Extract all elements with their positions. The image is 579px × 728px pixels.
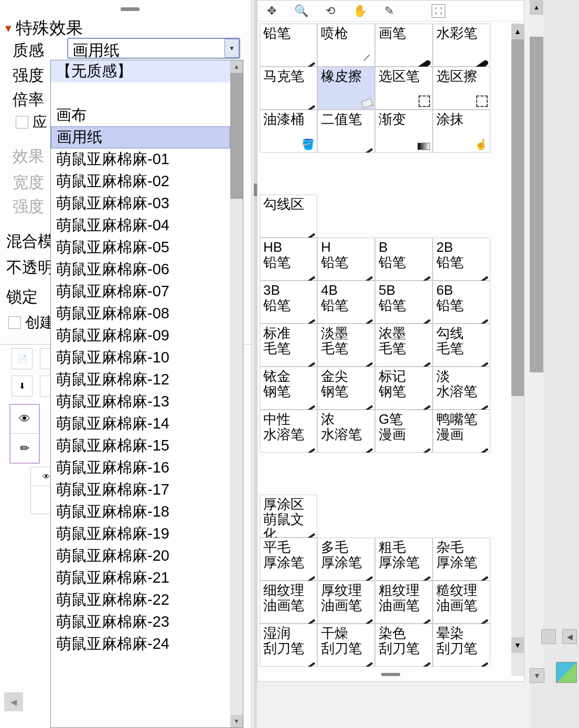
panel-drag-handle[interactable] xyxy=(121,7,140,11)
group-heading-lineart[interactable]: 勾线区 xyxy=(260,195,317,238)
tool-平毛-厚涂笔[interactable]: 平毛厚涂笔 xyxy=(260,538,317,581)
tool-厚纹理-油画笔[interactable]: 厚纹理油画笔 xyxy=(317,581,375,624)
tool-中性-水溶笔[interactable]: 中性水溶笔 xyxy=(260,410,317,453)
scrollbar-thumb[interactable] xyxy=(530,37,543,372)
tool-3B-铅笔[interactable]: 3B铅笔 xyxy=(260,281,317,324)
tool-铅笔[interactable]: 铅笔 xyxy=(260,24,317,67)
dropdown-item[interactable]: 画用纸 xyxy=(51,126,230,148)
tool-多毛-厚涂笔[interactable]: 多毛厚涂笔 xyxy=(317,538,375,581)
tool-二值笔[interactable]: 二值笔 xyxy=(317,110,375,153)
dropdown-arrow-icon[interactable] xyxy=(224,39,239,58)
dropdown-item[interactable]: 萌鼠亚麻棉麻-13 xyxy=(51,391,230,413)
dropdown-item[interactable]: 萌鼠亚麻棉麻-24 xyxy=(51,633,230,655)
tool-画笔[interactable]: 画笔 xyxy=(375,24,433,67)
mini-collapse-left[interactable]: ◀ xyxy=(562,629,577,644)
dropdown-item[interactable]: 萌鼠亚麻棉麻-12 xyxy=(51,369,230,391)
tool-淡-水溶笔[interactable]: 淡水溶笔 xyxy=(433,367,490,410)
dropdown-item[interactable]: 萌鼠亚麻棉麻-22 xyxy=(51,589,230,611)
layer-icon-3[interactable]: ⬇ xyxy=(12,376,33,397)
move-tool-icon[interactable]: ✥ xyxy=(264,3,280,19)
scroll-up-button[interactable]: ▲ xyxy=(530,0,543,15)
tool-涂抹[interactable]: 涂抹☝ xyxy=(433,110,490,153)
tool-鸭嘴笔-漫画[interactable]: 鸭嘴笔漫画 xyxy=(433,410,490,453)
dropdown-item[interactable]: 萌鼠亚麻棉麻-06 xyxy=(51,259,230,281)
dropdown-item[interactable]: 萌鼠亚麻棉麻-05 xyxy=(51,237,230,259)
dropdown-item[interactable]: 萌鼠亚麻棉麻-07 xyxy=(51,281,230,303)
tool-6B-铅笔[interactable]: 6B铅笔 xyxy=(433,281,490,324)
tool-标准-毛笔[interactable]: 标准毛笔 xyxy=(260,324,317,367)
scrollbar-thumb[interactable] xyxy=(511,39,524,396)
fit-view-icon[interactable]: ⛶ xyxy=(432,4,445,18)
tool-喷枪[interactable]: 喷枪⟋ xyxy=(317,24,375,67)
tool-粗毛-厚涂笔[interactable]: 粗毛厚涂笔 xyxy=(375,538,433,581)
scroll-left-button[interactable]: ◀ xyxy=(4,692,23,711)
hand-tool-icon[interactable]: ✋ xyxy=(352,3,368,19)
tool-4B-铅笔[interactable]: 4B铅笔 xyxy=(317,281,375,324)
scroll-up-button[interactable]: ▲ xyxy=(511,24,524,39)
tool-B-铅笔[interactable]: B铅笔 xyxy=(375,238,433,281)
tool-2B-铅笔[interactable]: 2B铅笔 xyxy=(433,238,490,281)
zoom-tool-icon[interactable]: 🔍 xyxy=(293,3,309,19)
tool-渐变[interactable]: 渐变 xyxy=(375,110,433,153)
dropdown-item[interactable] xyxy=(51,82,230,104)
tool-浓-水溶笔[interactable]: 浓水溶笔 xyxy=(317,410,375,453)
eyedropper-tool-icon[interactable]: ✎ xyxy=(381,3,397,19)
scroll-down-button[interactable]: ▼ xyxy=(230,715,243,727)
dropdown-item[interactable]: 萌鼠亚麻棉麻-15 xyxy=(51,435,230,457)
tool-杂毛-厚涂笔[interactable]: 杂毛厚涂笔 xyxy=(433,538,490,581)
dropdown-item[interactable]: 萌鼠亚麻棉麻-09 xyxy=(51,325,230,347)
tool-干燥-刮刀笔[interactable]: 干燥刮刀笔 xyxy=(317,624,375,667)
dropdown-item[interactable]: 萌鼠亚麻棉麻-01 xyxy=(51,148,230,170)
dropdown-item[interactable]: 萌鼠亚麻棉麻-23 xyxy=(51,611,230,633)
active-layer[interactable]: 👁 ✏ xyxy=(9,404,40,464)
tool-细纹理-油画笔[interactable]: 细纹理油画笔 xyxy=(260,581,317,624)
color-preview-icon[interactable] xyxy=(556,662,577,683)
dropdown-item[interactable]: 【无质感】 xyxy=(51,60,230,82)
tool-标记-钢笔[interactable]: 标记钢笔 xyxy=(375,367,433,410)
dropdown-scrollbar[interactable]: ▲ ▼ xyxy=(230,60,243,727)
tool-染色-刮刀笔[interactable]: 染色刮刀笔 xyxy=(375,624,433,667)
tool-橡皮擦[interactable]: 橡皮擦 xyxy=(317,67,375,110)
tool-晕染-刮刀笔[interactable]: 晕染刮刀笔 xyxy=(433,624,490,667)
tool-浓墨-毛笔[interactable]: 浓墨毛笔 xyxy=(375,324,433,367)
tool-马克笔[interactable]: 马克笔 xyxy=(260,67,317,110)
scroll-up-button[interactable]: ▲ xyxy=(230,60,243,73)
tool-淡墨-毛笔[interactable]: 淡墨毛笔 xyxy=(317,324,375,367)
collapse-triangle-icon[interactable]: ▼ xyxy=(3,23,14,35)
edit-pencil-icon[interactable]: ✏ xyxy=(10,434,39,463)
dropdown-item[interactable]: 萌鼠亚麻棉麻-14 xyxy=(51,413,230,435)
tool-H-铅笔[interactable]: H铅笔 xyxy=(317,238,375,281)
dropdown-item[interactable]: 萌鼠亚麻棉麻-19 xyxy=(51,523,230,545)
tool-选区笔[interactable]: 选区笔 xyxy=(375,67,433,110)
mini-dropdown-2[interactable] xyxy=(541,629,556,644)
dropdown-item[interactable]: 画布 xyxy=(51,104,230,126)
visibility-eye-icon[interactable]: 👁 xyxy=(10,405,39,434)
new-layer-icon[interactable]: 📄 xyxy=(12,348,33,369)
tool-HB-铅笔[interactable]: HB铅笔 xyxy=(260,238,317,281)
apply-checkbox[interactable] xyxy=(16,116,28,129)
dropdown-item[interactable]: 萌鼠亚麻棉麻-20 xyxy=(51,545,230,567)
dropdown-item[interactable]: 萌鼠亚麻棉麻-03 xyxy=(51,192,230,215)
tool-粗纹理-油画笔[interactable]: 粗纹理油画笔 xyxy=(375,581,433,624)
tool-scrollbar[interactable]: ▲ ▼ xyxy=(511,24,524,676)
group-heading-impasto[interactable]: 厚涂区萌鼠文化 xyxy=(260,495,317,538)
rotate-tool-icon[interactable]: ⟲ xyxy=(323,3,338,19)
dropdown-item[interactable]: 萌鼠亚麻棉麻-08 xyxy=(51,303,230,325)
mini-dropdown-1[interactable]: ▼ xyxy=(530,668,544,683)
tool-金尖-钢笔[interactable]: 金尖钢笔 xyxy=(317,367,375,410)
dropdown-item[interactable]: 萌鼠亚麻棉麻-17 xyxy=(51,479,230,501)
create-checkbox[interactable] xyxy=(8,316,21,329)
tool-铱金-钢笔[interactable]: 铱金钢笔 xyxy=(260,367,317,410)
dropdown-item[interactable]: 萌鼠亚麻棉麻-04 xyxy=(51,215,230,237)
scroll-down-button[interactable]: ▼ xyxy=(511,637,524,653)
dropdown-item[interactable]: 萌鼠亚麻棉麻-10 xyxy=(51,347,230,369)
dropdown-item[interactable]: 萌鼠亚麻棉麻-18 xyxy=(51,501,230,523)
mini-scrollbar[interactable]: ▲ xyxy=(530,0,543,682)
tool-勾线-毛笔[interactable]: 勾线毛笔 xyxy=(433,324,490,367)
texture-select[interactable]: 画用纸 xyxy=(67,38,240,59)
tool-G笔-漫画[interactable]: G笔漫画 xyxy=(375,410,433,453)
tool-油漆桶[interactable]: 油漆桶🪣 xyxy=(260,110,317,153)
tool-选区擦[interactable]: 选区擦 xyxy=(433,67,490,110)
scrollbar-thumb[interactable] xyxy=(230,73,243,199)
tool-糙纹理-油画笔[interactable]: 糙纹理油画笔 xyxy=(433,581,490,624)
